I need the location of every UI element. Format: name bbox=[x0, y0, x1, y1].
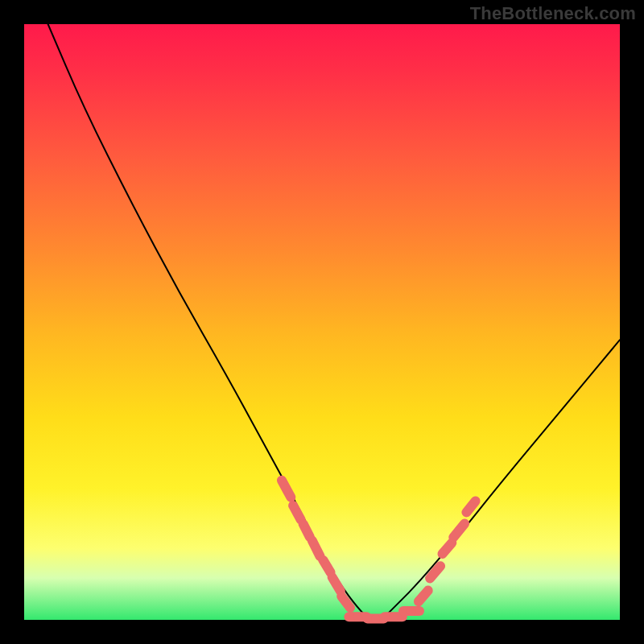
plot-area bbox=[24, 24, 620, 620]
highlight-dot bbox=[389, 613, 398, 621]
highlight-dot bbox=[419, 592, 427, 601]
highlight-dot bbox=[341, 597, 350, 606]
highlight-dashes bbox=[282, 481, 476, 623]
highlight-dot bbox=[371, 614, 380, 623]
highlight-dot bbox=[302, 526, 311, 535]
highlight-dot bbox=[332, 580, 341, 588]
highlight-dot bbox=[353, 613, 362, 621]
highlight-dot bbox=[312, 544, 320, 553]
curve-svg bbox=[24, 24, 620, 620]
highlight-dot bbox=[282, 485, 291, 493]
chart-frame: TheBottleneck.com bbox=[0, 0, 644, 644]
highlight-dot bbox=[407, 606, 416, 615]
watermark-text: TheBottleneck.com bbox=[470, 3, 636, 24]
highlight-dot bbox=[443, 544, 452, 553]
highlight-dot bbox=[431, 568, 440, 576]
highlight-dot bbox=[322, 562, 331, 571]
bottleneck-curve bbox=[48, 24, 620, 620]
highlight-dot bbox=[467, 502, 476, 511]
highlight-dot bbox=[455, 526, 464, 535]
highlight-dot bbox=[292, 508, 301, 517]
